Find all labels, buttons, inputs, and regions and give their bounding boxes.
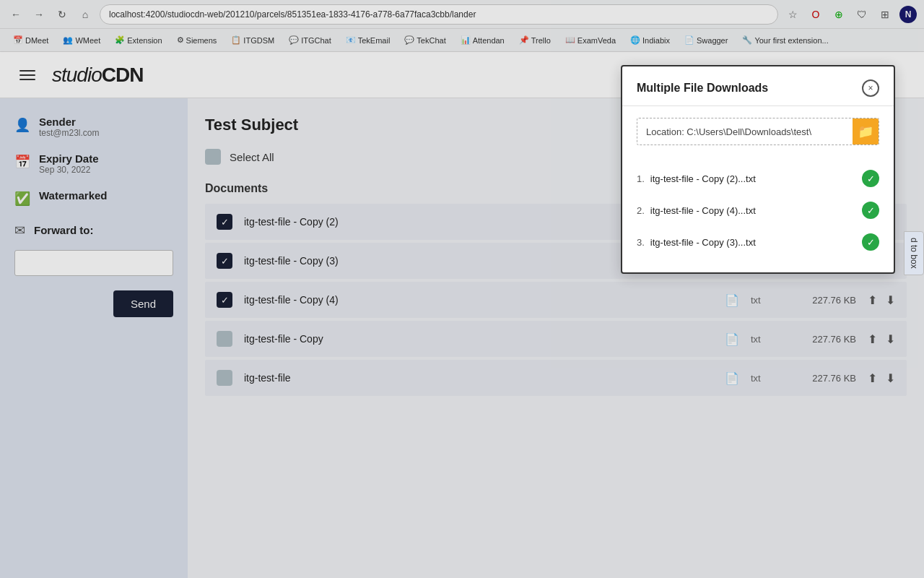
modal-file-row-3: 3. itg-test-file - Copy (3)...txt ✓ bbox=[637, 226, 879, 258]
add-to-box-button[interactable]: d to box bbox=[904, 231, 924, 275]
modal-overlay: Multiple File Downloads × Location: C:\U… bbox=[0, 0, 924, 578]
modal-title: Multiple File Downloads bbox=[637, 82, 768, 95]
modal-file-num-1: 1. bbox=[637, 173, 645, 184]
modal-file-status-2: ✓ bbox=[862, 202, 879, 219]
modal-file-num-3: 3. bbox=[637, 237, 645, 248]
modal-file-num-2: 2. bbox=[637, 205, 645, 216]
modal-file-name-2: itg-test-file - Copy (4)...txt bbox=[650, 205, 862, 216]
folder-icon: 📁 bbox=[853, 118, 879, 144]
modal-location: Location: C:\Users\Dell\Downloads\test\ … bbox=[637, 118, 879, 145]
add-to-box-label: d to box bbox=[909, 238, 919, 269]
modal-file-name-3: itg-test-file - Copy (3)...txt bbox=[650, 237, 862, 248]
modal-file-status-3: ✓ bbox=[862, 233, 879, 251]
modal-header: Multiple File Downloads × bbox=[622, 66, 894, 106]
modal-file-status-1: ✓ bbox=[862, 170, 879, 187]
modal-file-row-2: 2. itg-test-file - Copy (4)...txt ✓ bbox=[637, 194, 879, 226]
modal-file-name-1: itg-test-file - Copy (2)...txt bbox=[650, 173, 862, 184]
modal-location-text: Location: C:\Users\Dell\Downloads\test\ bbox=[637, 121, 853, 143]
modal-file-row-1: 1. itg-test-file - Copy (2)...txt ✓ bbox=[637, 163, 879, 194]
modal-files-list: 1. itg-test-file - Copy (2)...txt ✓ 2. i… bbox=[622, 157, 894, 272]
modal-close-button[interactable]: × bbox=[862, 79, 879, 97]
multiple-file-downloads-modal: Multiple File Downloads × Location: C:\U… bbox=[621, 65, 895, 274]
